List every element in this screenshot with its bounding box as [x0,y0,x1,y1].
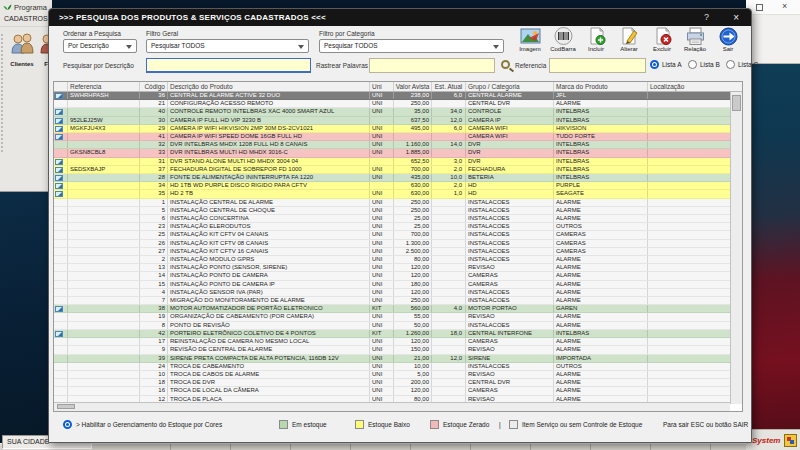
maximize-icon[interactable] [756,4,763,11]
table-row[interactable]: 24TROCA DE CABEAMENTOUNI10,00INSTALACOES… [54,363,730,371]
product-image-icon[interactable] [55,126,63,132]
scrollbar-thumb[interactable] [57,404,75,409]
product-image-icon[interactable] [55,167,63,173]
table-row[interactable]: 42PORTEIRO ELETRÔNICO COLETIVO DE 4 PONT… [54,330,730,338]
scrollbar-thumb[interactable] [732,95,741,111]
table-row[interactable]: 26INSTALAÇÃO KIT CFTV 08 CANAISUNI1.300,… [54,240,730,248]
cell: 2 [140,256,168,263]
dialog-titlebar[interactable]: >>> PESQUISA DOS PRODUTOS & SERVIÇOS CAD… [49,9,751,26]
table-row[interactable]: 1INSTALAÇÃO CENTRAL DE ALARMEUNI250,00IN… [54,199,730,207]
table-row[interactable]: 40CONTROLE REMOTO INTELBRAS XAC 4000 SMA… [54,108,730,116]
table-row[interactable]: 18TROCA DE DVRUNI200,00CENTRAL DVRALARME [54,379,730,387]
rastrear-palavras-input[interactable] [369,58,495,73]
cell [54,133,68,140]
cell [54,379,68,386]
table-row[interactable]: 6INSTALAÇÃO CONCERTINAUNI25,00INSTALACOE… [54,215,730,223]
menu-cadastros[interactable]: CADASTROS [0,13,52,27]
help-button[interactable]: ? [704,9,709,26]
product-image-icon[interactable] [55,93,63,99]
cell: 27 [140,248,168,255]
lista-c-radio[interactable] [726,60,735,69]
clientes-button[interactable]: Clientes [5,32,39,67]
lista-b-radio[interactable] [688,60,697,69]
sair-button[interactable]: Sair [712,26,744,63]
table-row[interactable]: 41CAMERA IP WIFI SPEED DOME 16GB FULL HD… [54,133,730,141]
filtro-geral-select[interactable]: Pesquisar TODOS [146,39,309,53]
table-row[interactable]: 7MIGRAÇÃO DO MONITORAMENTO DE ALARMEUNI2… [54,297,730,305]
filtro-categoria-select[interactable]: Pesquisar TODOS [319,39,504,53]
table-row[interactable]: 15INSTALAÇÃO PONTO DE CAMERA IPUNI180,00… [54,281,730,289]
cell: 250,00 [394,199,432,206]
cell: 80,00 [394,256,432,263]
table-row[interactable]: 952LEJ25W30CAMERA IP FULL HD VIP 3230 B6… [54,117,730,125]
cell: CENTRAL DVR [466,379,554,386]
table-row[interactable]: 16TROCA DE LOCAL DA CÂMERAUNI120,00CAMER… [54,387,730,395]
referencia-input[interactable] [549,58,646,73]
table-row[interactable]: 34HD 1TB WD PURPLE DISCO RIGIDO PARA CFT… [54,182,730,190]
table-row[interactable]: 8PONTO DE REVISÃOUNI50,00INSTALACOESALAR… [54,322,730,330]
imagem-button[interactable]: Imagem [514,26,546,63]
cell: 40 [140,108,168,115]
excluir-button[interactable]: Excluir [646,26,678,63]
cell [68,264,140,271]
table-row[interactable]: 38MOTOR AUTOMATIZADOR DE PORTÃO ELETRONI… [54,305,730,313]
table-row[interactable]: GKSN8CBL833DVR INTELBRAS MULTI HD MHDX 3… [54,149,730,157]
table-row[interactable]: 25INSTALAÇÃO KIT CFTV 04 CANAISUNI700,00… [54,231,730,239]
pesquisar-descricao-input[interactable] [146,58,311,73]
table-row[interactable]: 13INSTALAÇÃO PONTO (SENSOR, SIRENE)UNI12… [54,264,730,272]
product-image-icon[interactable] [55,183,63,189]
ordenar-select[interactable]: Por Descrição [63,39,137,53]
cell [54,174,68,181]
cell: SEAGATE [554,190,648,197]
table-row[interactable]: 21CONFIGURAÇÃO ACESSO REMOTOUNI250,00CEN… [54,100,730,108]
table-row[interactable]: 17REINSTALAÇÃO DE CAMERA NO MESMO LOCALU… [54,338,730,346]
cell: MGKFJU4X3 [68,125,140,132]
cell [648,322,730,329]
product-image-icon[interactable] [55,118,63,124]
close-icon[interactable]: × [782,1,787,11]
lista-a-radio[interactable] [650,60,659,69]
table-row[interactable]: 35HD 2 TBUNI630,001,0HDSEAGATE [54,190,730,198]
product-image-icon[interactable] [55,191,63,197]
cell: UNI [370,133,394,140]
stock-colors-toggle[interactable] [63,420,72,429]
table-row[interactable]: 39SIRENE PRETA COMPACTA DE ALTA POTENCIA… [54,355,730,363]
table-row[interactable]: SWHRHPASH36CENTRAL DE ALARME ACTIVE 32 D… [54,92,730,100]
cell [54,355,68,362]
cell: FECHADURA [466,166,554,173]
table-row[interactable]: 31DVR STAND ALONE MULTI HD MHDX 3004 046… [54,158,730,166]
table-row[interactable]: 5INSTALAÇÃO CENTRAL DE CHOQUEUNI250,00IN… [54,207,730,215]
table-row[interactable]: 9REVISÃO DE CENTRAL DE ALARMEUNI150,00RE… [54,346,730,354]
table-row[interactable]: 27INSTALAÇÃO KIT CFTV 16 CANAISUNI2.500,… [54,248,730,256]
cell: 1.300,00 [394,240,432,247]
product-image-icon[interactable] [55,331,63,337]
table-row[interactable]: 32DVR INTELBRAS MHDX 1208 FULL HD 8 CANA… [54,141,730,149]
table-row[interactable]: 14INSTALAÇÃO PONTO DE CAMERAUNI120,00CAM… [54,272,730,280]
cell: IMPORTADA [554,355,648,362]
product-image-icon[interactable] [55,175,63,181]
product-image-icon[interactable] [55,134,63,140]
product-image-icon[interactable] [55,306,63,312]
dialog-close-button[interactable]: × [733,9,739,26]
cell [648,223,730,230]
cell: 630,00 [394,190,432,197]
table-row[interactable]: 10TROCA DE CABOS DE ALARMEUNI5,00REVISAO… [54,371,730,379]
cell [648,215,730,222]
table-row[interactable]: SEDSXBAJP37FECHADURA DIGITAL DE SOBREPOR… [54,166,730,174]
table-row[interactable]: 19ORGANIZAÇÃO DE CABEAMENTO (POR CAMERA)… [54,313,730,321]
product-image-icon[interactable] [55,109,63,115]
filtro-geral-value: Pesquisar TODOS [151,42,205,49]
search-icon[interactable] [501,60,510,69]
cell [54,256,68,263]
table-row[interactable]: 4INSTALAÇÃO SENSOR IVA (PAR)UNI120,00INS… [54,289,730,297]
vertical-scrollbar[interactable] [730,92,742,404]
table-row[interactable]: 2INSTALAÇÃO MODULO GPRSUNI80,00INSTALACO… [54,256,730,264]
table-row[interactable]: 28FONTE DE ALIMENTAÇÃO ININTERRUPTA FA 1… [54,174,730,182]
relacao-button[interactable]: Relação [679,26,711,63]
table-row[interactable]: 23INSTALAÇÃO ELERODUTOSUNI25,00INSTALACO… [54,223,730,231]
horizontal-scrollbar[interactable] [54,402,730,411]
product-image-icon[interactable] [55,159,63,165]
em-estoque-swatch [279,420,288,429]
cell: 17 [140,338,168,345]
table-row[interactable]: MGKFJU4X329CAMERA IP WIFI HIKVISION 2MP … [54,125,730,133]
